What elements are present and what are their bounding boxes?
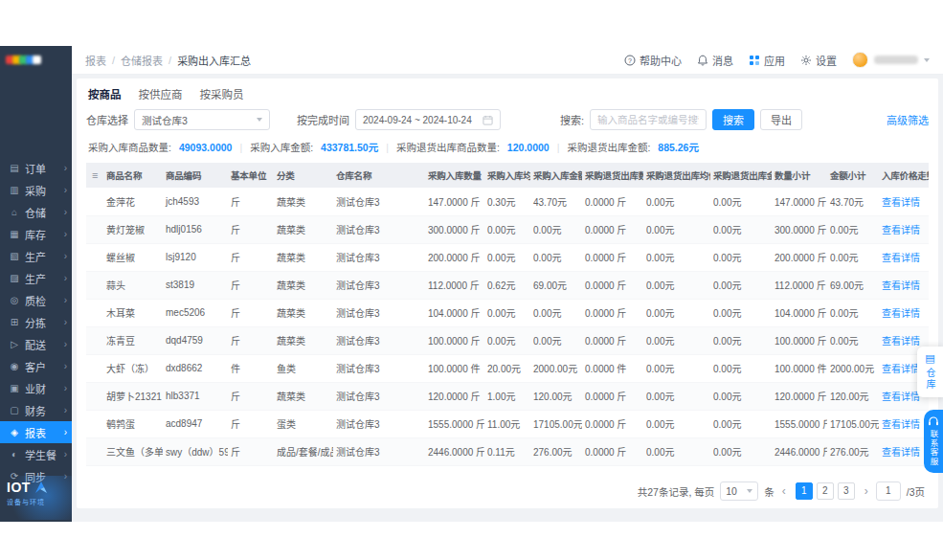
view-details-link[interactable]: 查看详情 — [882, 225, 920, 235]
sidebar-item-finance[interactable]: ▢财务› — [0, 399, 72, 421]
pagination: 共27条记录, 每页 10 条 ‹ 123 › 1 /3页 — [86, 476, 929, 508]
messages-button[interactable]: 消息 — [697, 53, 733, 68]
tab-by-supplier[interactable]: 按供应商 — [139, 86, 183, 101]
view-details-link[interactable]: 查看详情 — [882, 253, 920, 263]
record-count-label: 共27条记录, 每页 — [638, 484, 715, 499]
view-details-link[interactable]: 查看详情 — [882, 308, 920, 319]
help-center-button[interactable]: ? 帮助中心 — [624, 53, 682, 68]
app-logo — [6, 54, 64, 65]
tab-by-product[interactable]: 按商品 — [88, 86, 122, 101]
sidebar-item-student-meals[interactable]: ◐学生餐› — [0, 443, 72, 465]
sorting-icon: ⊞ — [9, 317, 20, 327]
cell-return-out-amount: 0.00元 — [710, 215, 772, 243]
warehouse-panel-label: 仓库 — [923, 368, 937, 391]
cell-warehouse-name: 测试仓库3 — [333, 215, 425, 243]
next-page-button[interactable]: › — [863, 484, 870, 498]
tab-by-buyer[interactable]: 按采购员 — [200, 86, 244, 101]
prev-page-button[interactable]: ‹ — [780, 484, 788, 498]
view-details-link[interactable]: 查看详情 — [882, 280, 920, 291]
view-details-link[interactable]: 查看详情 — [882, 197, 920, 208]
column-header-12: 金额小计 — [827, 163, 879, 188]
breadcrumb-item[interactable]: 仓储报表 — [121, 53, 163, 68]
gear-icon — [800, 55, 812, 66]
search-input[interactable] — [590, 109, 707, 130]
cell-warehouse-name: 测试仓库3 — [333, 299, 425, 326]
view-details-link[interactable]: 查看详情 — [882, 419, 920, 430]
cell-return-out-avg-price: 0.00元 — [643, 271, 710, 299]
page: ▤订单›▥采购›⌂仓储›▦库存›▧生产›▨生产›◎质检›⊞分拣›▷配送›◉客户›… — [0, 0, 943, 560]
warehouse-select[interactable]: 测试仓库3 — [134, 109, 270, 130]
sidebar-item-warehousing[interactable]: ⌂仓储› — [0, 201, 72, 223]
sidebar-item-customers[interactable]: ◉客户› — [0, 355, 72, 377]
sidebar-item-label: 分拣 — [25, 315, 59, 330]
cell-in-avg-price: 11.00元 — [484, 410, 530, 437]
breadcrumb-item[interactable]: 采购出入库汇总 — [177, 53, 251, 68]
row-spacer-cell — [86, 188, 103, 215]
view-details-link[interactable]: 查看详情 — [882, 364, 920, 374]
summary-separator: | — [239, 142, 242, 153]
cell-warehouse-name: 测试仓库3 — [333, 410, 425, 437]
search-button[interactable]: 搜索 — [712, 109, 754, 130]
view-details-link[interactable]: 查看详情 — [882, 392, 920, 402]
warehouse-panel-toggle[interactable]: ▤ 仓库 — [917, 347, 943, 397]
page-button-1[interactable]: 1 — [796, 482, 813, 500]
avatar — [852, 52, 868, 68]
cell-category: 蔬菜类 — [274, 382, 333, 410]
cell-category: 蔬菜类 — [274, 243, 333, 271]
settings-label: 设置 — [816, 53, 837, 68]
cell-in-avg-price: 0.62元 — [484, 271, 530, 299]
view-details-link[interactable]: 查看详情 — [882, 336, 920, 347]
page-jumper-input[interactable]: 1 — [876, 482, 901, 501]
customers-icon: ◉ — [9, 361, 20, 371]
iot-logo-text: IOT — [7, 480, 31, 495]
export-button[interactable]: 导出 — [760, 109, 802, 130]
cell-in-amount: 0.00元 — [530, 215, 582, 243]
chevron-right-icon: › — [64, 229, 67, 239]
summary-label: 采购入库金额: — [250, 140, 313, 154]
table-filter-icon[interactable]: ≡ — [86, 163, 103, 188]
cell-qty-subtotal: 104.0000 斤 — [772, 299, 827, 326]
cell-in-avg-price: 0.30元 — [484, 188, 530, 215]
advanced-filter-link[interactable]: 高级筛选 — [887, 112, 929, 127]
sidebar-item-orders[interactable]: ▤订单› — [0, 157, 72, 179]
sidebar-item-purchasing[interactable]: ▥采购› — [0, 179, 72, 201]
page-button-3[interactable]: 3 — [838, 482, 855, 500]
summary-stats: 采购入库商品数量: 49093.0000|采购入库金额: 433781.50元|… — [86, 138, 929, 163]
inventory-icon: ▦ — [9, 229, 20, 239]
sidebar-item-production-2[interactable]: ▨生产› — [0, 267, 72, 289]
cell-in-amount: 0.00元 — [530, 243, 582, 271]
delivery-icon: ▷ — [9, 339, 20, 349]
sidebar-item-quality-check[interactable]: ◎质检› — [0, 289, 72, 311]
cell-warehouse-name: 测试仓库3 — [333, 188, 425, 215]
cell-return-out-avg-price: 0.00元 — [643, 243, 710, 271]
sidebar-item-label: 学生餐 — [25, 447, 59, 462]
summary-table: ≡商品名称商品编码基本单位分类仓库名称采购入库数量采购入库均价采购入库金额采购退… — [86, 163, 929, 466]
cell-amount-subtotal: 43.70元 — [827, 188, 879, 215]
content-area: 按商品按供应商按采购员 仓库选择 测试仓库3 按完成时间 2024-09-24 … — [72, 75, 943, 522]
cell-product-code: swy（ddw）5930 — [163, 437, 228, 465]
settings-button[interactable]: 设置 — [800, 53, 837, 68]
sidebar-item-reports[interactable]: ◈报表› — [0, 421, 72, 443]
table-container: ≡商品名称商品编码基本单位分类仓库名称采购入库数量采购入库均价采购入库金额采购退… — [86, 163, 929, 476]
view-details-link[interactable]: 查看详情 — [882, 447, 920, 458]
cell-amount-subtotal: 2000.00元 — [827, 354, 879, 382]
summary-value: 49093.0000 — [179, 142, 232, 153]
row-spacer-cell — [86, 271, 103, 299]
sidebar-item-label: 客户 — [25, 359, 59, 374]
contact-service-button[interactable]: 联系客服 — [924, 410, 943, 473]
page-size-select[interactable]: 10 — [720, 482, 758, 501]
table-row: 胡萝卜21321hlb3371斤蔬菜类测试仓库3120.0000 斤1.00元1… — [86, 382, 929, 410]
column-header-11: 数量小计 — [772, 163, 827, 188]
apps-button[interactable]: 应用 — [749, 53, 785, 68]
cell-in-amount: 0.00元 — [530, 299, 582, 326]
cell-product-name: 鹌鹑蛋 — [103, 410, 163, 437]
user-menu[interactable] — [852, 52, 930, 68]
sidebar-item-production-1[interactable]: ▧生产› — [0, 245, 72, 267]
date-range-picker[interactable]: 2024-09-24 ~ 2024-10-24 — [355, 109, 501, 130]
breadcrumb-item[interactable]: 报表 — [85, 53, 106, 68]
page-button-2[interactable]: 2 — [817, 482, 834, 500]
sidebar-item-inventory[interactable]: ▦库存› — [0, 223, 72, 245]
sidebar-item-delivery[interactable]: ▷配送› — [0, 333, 72, 355]
sidebar-item-business-finance[interactable]: ▣业财› — [0, 377, 72, 399]
sidebar-item-sorting[interactable]: ⊞分拣› — [0, 311, 72, 333]
